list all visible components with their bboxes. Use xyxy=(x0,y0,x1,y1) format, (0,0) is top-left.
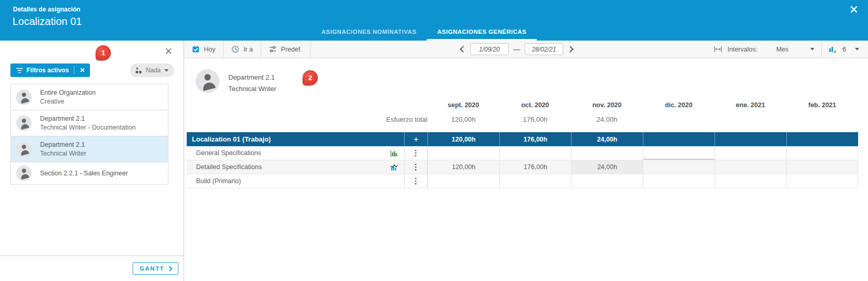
resource-list: Entire Organization Creative Department … xyxy=(10,84,169,185)
month-header: ene. 2021 xyxy=(715,101,786,109)
goto-date-button[interactable]: Ir a xyxy=(224,41,261,58)
kebab-icon: ⋮ xyxy=(412,148,420,158)
presets-button[interactable]: Predef. xyxy=(261,41,309,58)
effort-cell[interactable]: 176,00h xyxy=(499,160,571,174)
task-name: Detailed Specifications xyxy=(187,163,383,171)
toolbar-divider xyxy=(821,41,822,58)
effort-cell[interactable] xyxy=(427,174,499,188)
gantt-button[interactable]: GANTT xyxy=(133,262,178,275)
chevron-down-icon[interactable] xyxy=(810,48,814,50)
project-month-value: 176,00h xyxy=(499,132,571,146)
avatar xyxy=(16,142,32,157)
toolbar-divider xyxy=(310,41,310,58)
task-name: General Specifications xyxy=(187,149,383,157)
effort-cell-selected[interactable]: 24,00h xyxy=(571,160,643,174)
project-month-value xyxy=(715,132,786,146)
effort-cell[interactable] xyxy=(786,146,858,160)
chevron-down-icon[interactable] xyxy=(855,48,859,50)
project-month-value xyxy=(786,132,858,146)
month-header: nov. 2020 xyxy=(571,101,643,109)
clear-filters-icon[interactable]: ✕ xyxy=(74,67,90,74)
list-item-section-221-sales-engineer[interactable]: Section 2.2.1 - Sales Engineer xyxy=(10,162,169,185)
calendar-check-icon xyxy=(192,45,200,53)
sliders-icon xyxy=(269,45,277,53)
tab-asignaciones-nominativas[interactable]: ASIGNACIONES NOMINATIVAS xyxy=(311,29,427,41)
kebab-icon: ⋮ xyxy=(412,176,420,186)
effort-cell[interactable] xyxy=(427,146,499,160)
effort-cell[interactable] xyxy=(786,160,858,174)
avatar xyxy=(16,116,32,131)
resource-name: Entire Organization xyxy=(40,89,168,96)
selected-resource-role: Technical Writer xyxy=(228,85,276,93)
resource-role: Creative xyxy=(40,98,168,105)
resource-name: Section 2.2.1 - Sales Engineer xyxy=(40,170,168,177)
svg-text:#: # xyxy=(834,49,836,54)
tab-asignaciones-genericas[interactable]: ASIGNACIONES GENÉRICAS xyxy=(427,29,537,41)
close-icon[interactable]: ✕ xyxy=(849,4,859,16)
effort-cell[interactable] xyxy=(715,146,786,160)
project-month-value: 120,00h xyxy=(427,132,499,146)
filter-icon xyxy=(16,68,23,73)
month-header: sept. 2020 xyxy=(427,101,499,109)
month-header: dic. 2020 xyxy=(643,101,715,109)
effort-cell[interactable] xyxy=(643,174,715,188)
kebab-icon: ⋮ xyxy=(412,162,420,172)
selected-resource-name: Department 2.1 xyxy=(228,73,275,81)
date-from-input[interactable] xyxy=(470,43,509,55)
list-item-department-21-documentation[interactable]: Department 2.1 Technical Writer - Docume… xyxy=(10,110,169,136)
active-filters-label: Filtros activos xyxy=(27,67,69,74)
resource-name: Department 2.1 xyxy=(40,141,168,148)
interval-controls: Intervalos: Mes # 6 xyxy=(714,41,868,58)
task-name: Build (Primario) xyxy=(187,177,383,185)
histogram-green-icon[interactable] xyxy=(383,146,404,160)
dialog-subtitle: Detalles de asignación xyxy=(13,6,80,13)
avatar xyxy=(16,165,32,181)
annotation-badge-2: 2 xyxy=(303,70,318,85)
avatar xyxy=(196,69,219,93)
effort-cell[interactable] xyxy=(715,174,786,188)
effort-cell[interactable] xyxy=(571,174,643,188)
project-row-label: Localization 01 (Trabajo) xyxy=(187,135,404,143)
page-title: Localization 01 xyxy=(12,16,82,28)
goto-label: Ir a xyxy=(243,46,253,53)
barline-blue-icon[interactable] xyxy=(383,160,404,174)
effort-cell[interactable] xyxy=(499,174,571,188)
list-item-department-21-technical-writer[interactable]: Department 2.1 Technical Writer xyxy=(10,136,169,162)
group-by-dropdown[interactable]: Nada xyxy=(130,63,174,77)
previous-period-icon[interactable] xyxy=(460,46,467,53)
date-range-dash: — xyxy=(513,45,520,53)
task-row-detailed-specifications: Detailed Specifications ⋮ 120,00h 176,00… xyxy=(187,160,858,174)
month-header: feb. 2021 xyxy=(786,101,858,109)
project-summary-row: Localization 01 (Trabajo) + 120,00h 176,… xyxy=(187,132,858,146)
resource-role: Technical Writer xyxy=(40,150,168,157)
next-period-icon[interactable] xyxy=(567,46,574,53)
interval-value[interactable]: Mes xyxy=(776,46,788,53)
intervals-label: Intervalos: xyxy=(728,46,758,53)
effort-cell[interactable] xyxy=(786,174,858,188)
panel-close-icon[interactable]: ✕ xyxy=(164,46,173,56)
list-item-entire-organization[interactable]: Entire Organization Creative xyxy=(10,84,169,110)
gantt-button-label: GANTT xyxy=(139,265,164,272)
resource-role: Technical Writer - Documentation xyxy=(40,124,168,131)
dialog-header: Detalles de asignación Localization 01 A… xyxy=(0,0,868,41)
clock-icon xyxy=(231,45,239,53)
columns-count-value[interactable]: 6 xyxy=(843,46,846,53)
today-button[interactable]: Hoy xyxy=(184,41,223,58)
row-menu-button[interactable]: ⋮ xyxy=(404,174,427,188)
effort-cell[interactable]: 120,00h xyxy=(427,160,499,174)
row-menu-button[interactable]: ⋮ xyxy=(404,146,427,160)
date-to-input[interactable] xyxy=(525,43,563,55)
effort-cell-highlighted[interactable] xyxy=(643,146,715,160)
effort-cell[interactable] xyxy=(571,146,643,160)
total-effort-row: Esfuerzo total 120,00h 176,00h 24,00h xyxy=(187,111,858,127)
annotation-badge-1: 1 xyxy=(96,45,111,60)
project-month-value: 24,00h xyxy=(571,132,643,146)
effort-cell[interactable] xyxy=(715,160,786,174)
add-task-button[interactable]: + xyxy=(404,132,427,146)
hierarchy-icon xyxy=(135,67,142,74)
active-filters-button[interactable]: Filtros activos ✕ xyxy=(10,63,90,77)
total-effort-label: Esfuerzo total xyxy=(187,116,427,123)
row-menu-button[interactable]: ⋮ xyxy=(404,160,427,174)
effort-cell[interactable] xyxy=(643,160,715,174)
effort-cell[interactable] xyxy=(499,146,571,160)
